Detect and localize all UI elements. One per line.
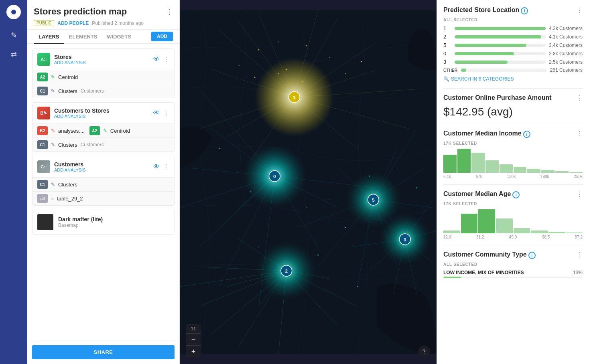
add-layer-button[interactable]: ADD [151, 32, 173, 41]
purchase-more[interactable]: ⋮ [576, 94, 583, 102]
predicted-store-info-icon[interactable]: i [521, 7, 528, 14]
layers-list: A:: Stores ADD ANALYSIS 👁 ⋮ A2 ✎ Centroi… [27, 44, 179, 340]
store-val-2: 4.1k Customers [549, 34, 583, 40]
basemap-thumbnail [37, 214, 53, 230]
tab-widgets[interactable]: WIDGETS [102, 30, 136, 44]
age-section-label: 17K SELECTED [443, 202, 583, 206]
c2s-add-analysis[interactable]: ADD ANALYSIS [54, 114, 149, 119]
search-categories-link[interactable]: 🔍 SEARCH IN 6 CATEGORIES [443, 76, 583, 82]
store-num-other: OTHER [443, 68, 458, 73]
predicted-store-header: Predicted Store Location i ⋮ [443, 6, 583, 15]
svg-point-85 [357, 286, 358, 287]
store-val-0: 2.8k Customers [549, 51, 583, 57]
age-info-icon[interactable]: i [512, 191, 520, 198]
store-bar-container-other [461, 69, 547, 72]
filter-icon[interactable]: ⇄ [6, 47, 22, 63]
stores-clusters-secondary: Customers [81, 88, 104, 94]
svg-point-65 [329, 57, 330, 58]
layer-header-customers: C:: Customers ADD ANALYSIS 👁 ⋮ [32, 156, 174, 177]
zoom-in-button[interactable]: + [186, 346, 201, 358]
layer-name-stores: Stores ADD ANALYSIS [54, 54, 149, 65]
customers-visibility-icon[interactable]: 👁 [153, 163, 160, 170]
svg-point-66 [314, 38, 315, 38]
stores-c1-badge: C1 [37, 87, 48, 95]
layer-icon-customers: C:: [37, 160, 50, 173]
stores-visibility-icon[interactable]: 👁 [153, 56, 160, 63]
age-bar-1 [461, 214, 478, 233]
customers-sub-clusters: C1 ✎ Clusters [32, 177, 174, 191]
map-container[interactable]: 1 0 5 3 2 11 − + ? [180, 0, 437, 364]
store-row-1: 1 4.3k Customers [443, 25, 583, 31]
income-more[interactable]: ⋮ [576, 130, 583, 138]
store-row-0: 0 2.8k Customers [443, 51, 583, 57]
basemap-type: Basemap [58, 222, 103, 228]
store-bar-5 [455, 44, 526, 47]
svg-point-81 [397, 168, 398, 169]
share-button[interactable]: SHARE [32, 345, 175, 359]
store-bar-2 [455, 35, 541, 38]
store-bar-container-5 [455, 44, 546, 47]
svg-point-82 [416, 187, 417, 188]
income-bar-8 [555, 171, 569, 173]
widget-predicted-store: Predicted Store Location i ⋮ ALL SELECTE… [443, 6, 583, 82]
edit-icon[interactable]: ✎ [6, 27, 22, 43]
svg-point-80 [369, 176, 370, 177]
age-more[interactable]: ⋮ [576, 190, 583, 198]
income-info-icon[interactable]: i [523, 131, 530, 138]
income-labels: 6.1k 67k 130k 190k 250k [443, 174, 583, 179]
add-people-button[interactable]: ADD PEOPLE [57, 20, 89, 26]
store-bar-0 [455, 52, 514, 55]
income-bars [443, 149, 583, 173]
c2s-more-icon[interactable]: ⋮ [163, 109, 169, 117]
public-badge: PUBLIC [34, 20, 54, 26]
store-row-3: 3 2.5k Customers [443, 59, 583, 65]
store-bar-container-2 [455, 35, 546, 38]
age-bar-0 [443, 231, 460, 233]
community-bar-container [443, 277, 583, 278]
c2s-a2-badge: A2 [89, 126, 100, 135]
layer-name-c2s: Customers to Stores ADD ANALYSIS [54, 107, 149, 119]
c2s-clusters-label: Clusters [58, 142, 77, 148]
store-bar-1 [455, 27, 546, 30]
customers-more-icon[interactable]: ⋮ [163, 163, 169, 171]
community-row-text: LOW INCOME, MIX OF MINORITIES [443, 270, 524, 275]
purchase-value: $142.95 (avg) [443, 105, 583, 118]
community-title: Customer Community Type [443, 251, 527, 258]
tab-elements[interactable]: ELEMENTS [64, 30, 102, 44]
store-rows: 1 4.3k Customers 2 4.1k Customers 5 3.4k… [443, 25, 583, 73]
stores-name-text: Stores [54, 54, 149, 60]
income-bar-5 [514, 167, 527, 173]
sidebar: Stores prediction map ⋮ PUBLIC ADD PEOPL… [27, 0, 180, 364]
store-num-1: 1 [443, 25, 451, 31]
svg-point-68 [302, 81, 303, 82]
c2s-visibility-icon[interactable]: 👁 [153, 109, 160, 117]
store-num-5: 5 [443, 42, 451, 48]
layer-group-customers: C:: Customers ADD ANALYSIS 👁 ⋮ C1 ✎ Clus… [32, 156, 175, 206]
stores-add-analysis[interactable]: ADD ANALYSIS [54, 60, 149, 65]
predicted-store-more[interactable]: ⋮ [576, 6, 583, 14]
income-label-3: 190k [540, 174, 549, 179]
community-info-icon[interactable]: i [528, 252, 536, 259]
tab-layers[interactable]: LAYERS [34, 30, 64, 44]
customers-table-label: table_29_2 [57, 196, 83, 202]
basemap-info: Dark matter (lite) Basemap [58, 216, 103, 228]
zoom-out-button[interactable]: − [186, 334, 201, 346]
help-button[interactable]: ? [418, 346, 430, 358]
stores-more-icon[interactable]: ⋮ [163, 56, 169, 63]
store-val-other: 261 Customers [550, 67, 583, 73]
customers-add-analysis[interactable]: ADD ANALYSIS [54, 168, 149, 172]
svg-point-73 [239, 65, 240, 66]
logo[interactable] [6, 5, 21, 19]
income-label-2: 130k [507, 174, 516, 179]
customers-name-text: Customers [54, 161, 149, 168]
widget-median-income: Customer Median Income i ⋮ 17K SELECTED … [443, 130, 583, 179]
svg-point-62 [258, 49, 259, 51]
purchase-title: Customer Online Purchase Amount [443, 94, 552, 101]
income-title: Customer Median Income [443, 130, 522, 137]
community-more[interactable]: ⋮ [576, 251, 583, 259]
community-bar [443, 277, 461, 278]
store-num-2: 2 [443, 34, 451, 40]
income-bar-9 [569, 172, 583, 173]
sidebar-more-button[interactable]: ⋮ [166, 7, 173, 16]
layer-name-customers: Customers ADD ANALYSIS [54, 161, 149, 172]
